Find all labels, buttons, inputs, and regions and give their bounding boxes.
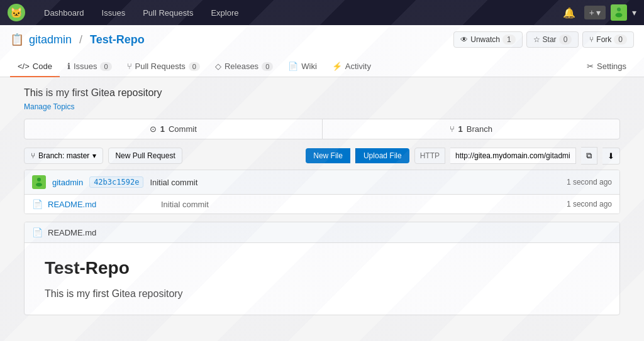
avatar-chevron[interactable]: ▾	[632, 8, 636, 18]
plus-chevron: ▾	[596, 8, 601, 18]
tab-settings-label: Settings	[597, 62, 626, 71]
tab-wiki-label: Wiki	[301, 62, 317, 71]
repo-name[interactable]: Test-Repo	[90, 33, 145, 46]
file-time: 1 second ago	[567, 200, 612, 208]
protocol-label: HTTP	[414, 148, 445, 164]
download-button[interactable]: ⬇	[602, 148, 620, 165]
repo-title: 📋 gitadmin / Test-Repo	[10, 33, 145, 46]
tab-pr-label: Pull Requests	[135, 62, 186, 71]
repo-header: 📋 gitadmin / Test-Repo 👁 Unwatch 1 ☆ Sta…	[0, 25, 644, 77]
file-commit[interactable]: Initial commit	[161, 200, 567, 209]
nav-dashboard[interactable]: Dashboard	[35, 0, 93, 25]
code-toolbar: ⑂ Branch: master ▾ New Pull Request New …	[24, 147, 620, 165]
commit-bar: gitadmin 42b3c1592e Initial commit 1 sec…	[25, 170, 619, 195]
nav-issues[interactable]: Issues	[93, 0, 135, 25]
plus-icon: +	[589, 8, 594, 18]
tab-code-label: Code	[33, 62, 52, 71]
branches-stat[interactable]: ⑂ 1 Branch	[323, 119, 620, 139]
fork-count: 0	[614, 35, 627, 45]
tab-issues[interactable]: ℹ Issues 0	[60, 57, 119, 77]
commit-time: 1 second ago	[567, 178, 612, 187]
repo-actions: 👁 Unwatch 1 ☆ Star 0 ⑂ Fork 0	[453, 31, 634, 48]
repo-description: This is my first Gitea repository	[24, 87, 620, 99]
avatar-mini-icon	[34, 177, 44, 187]
copy-url-button[interactable]: ⧉	[581, 147, 597, 165]
clone-url-input[interactable]	[450, 148, 576, 164]
commit-message: Initial commit	[150, 178, 197, 187]
branch-selector[interactable]: ⑂ Branch: master ▾	[24, 148, 103, 164]
tab-settings[interactable]: ✂ Settings	[579, 57, 634, 77]
tab-pull-requests[interactable]: ⑂ Pull Requests 0	[119, 57, 208, 77]
fork-label: Fork	[596, 35, 611, 44]
create-plus-button[interactable]: + ▾	[584, 6, 606, 19]
issues-icon: ℹ	[67, 62, 70, 71]
tab-issues-label: Issues	[74, 62, 97, 71]
pr-icon: ⑂	[127, 62, 132, 71]
nav-links: Dashboard Issues Pull Requests Explore	[35, 0, 559, 25]
commits-label: Commit	[169, 124, 197, 134]
star-icon: ☆	[533, 35, 540, 44]
file-name[interactable]: README.md	[48, 200, 161, 209]
new-pull-request-button[interactable]: New Pull Request	[108, 148, 182, 164]
commits-icon: ⊙	[150, 124, 157, 134]
site-logo[interactable]: 🐱	[8, 4, 25, 21]
copy-icon: ⧉	[586, 151, 592, 160]
wiki-icon: 📄	[288, 62, 298, 71]
tab-releases-label: Releases	[225, 62, 258, 71]
unwatch-button[interactable]: 👁 Unwatch 1	[453, 31, 522, 48]
branch-chevron: ▾	[92, 151, 96, 160]
notification-button[interactable]: 🔔	[559, 4, 579, 21]
committer-avatar	[32, 175, 46, 189]
repo-title-row: 📋 gitadmin / Test-Repo 👁 Unwatch 1 ☆ Sta…	[10, 31, 634, 54]
user-avatar[interactable]	[611, 4, 627, 21]
readme-header: 📄 README.md	[25, 222, 619, 243]
commit-sha[interactable]: 42b3c1592e	[89, 176, 143, 188]
star-label: Star	[543, 35, 557, 44]
main-content: This is my first Gitea repository Manage…	[14, 87, 630, 315]
svg-point-0	[617, 8, 621, 11]
readme-file-icon: 📄	[32, 227, 43, 237]
commits-stat[interactable]: ⊙ 1 Commit	[25, 119, 323, 139]
issues-count: 0	[100, 62, 111, 71]
activity-icon: ⚡	[332, 62, 342, 71]
upload-file-button[interactable]: Upload File	[355, 148, 409, 163]
manage-topics-link[interactable]: Manage Topics	[24, 102, 75, 111]
tab-activity[interactable]: ⚡ Activity	[325, 57, 379, 77]
branches-label: Branch	[467, 124, 492, 134]
top-navigation: 🐱 Dashboard Issues Pull Requests Explore…	[0, 0, 644, 25]
fork-button[interactable]: ⑂ Fork 0	[582, 31, 634, 48]
nav-pull-requests[interactable]: Pull Requests	[134, 0, 202, 25]
repo-owner[interactable]: gitadmin	[29, 33, 72, 46]
star-button[interactable]: ☆ Star 0	[526, 31, 579, 48]
branches-count: 1	[458, 124, 463, 134]
tab-releases[interactable]: ◇ Releases 0	[208, 57, 280, 77]
tab-activity-label: Activity	[345, 62, 371, 71]
fork-icon: ⑂	[589, 35, 594, 44]
svg-point-1	[616, 13, 623, 18]
commit-user[interactable]: gitadmin	[52, 178, 83, 187]
branch-label: Branch: master	[38, 151, 89, 160]
releases-icon: ◇	[215, 62, 221, 71]
readme-content: Test-Repo This is my first Gitea reposit…	[25, 243, 619, 315]
tab-wiki[interactable]: 📄 Wiki	[280, 57, 325, 77]
pr-count: 0	[189, 62, 200, 71]
settings-icon: ✂	[587, 62, 594, 71]
new-file-button[interactable]: New File	[306, 148, 350, 163]
logo-icon: 🐱	[10, 7, 23, 19]
svg-point-3	[36, 183, 42, 187]
table-row: 📄 README.md Initial commit 1 second ago	[25, 195, 619, 214]
branch-icon-btn: ⑂	[31, 151, 35, 160]
readme-box: 📄 README.md Test-Repo This is my first G…	[24, 222, 620, 315]
branch-icon: ⑂	[450, 124, 455, 134]
nav-explore[interactable]: Explore	[202, 0, 247, 25]
repo-separator: /	[79, 33, 82, 46]
avatar-icon	[613, 7, 625, 18]
eye-icon: 👁	[460, 35, 468, 44]
readme-description: This is my first Gitea repository	[45, 288, 599, 300]
code-icon: </>	[18, 62, 30, 71]
unwatch-count: 1	[502, 35, 516, 45]
repo-tabs: </> Code ℹ Issues 0 ⑂ Pull Requests 0 ◇ …	[10, 57, 634, 77]
tab-code[interactable]: </> Code	[10, 57, 60, 77]
file-icon: 📄	[32, 199, 43, 209]
readme-title: Test-Repo	[45, 258, 599, 278]
